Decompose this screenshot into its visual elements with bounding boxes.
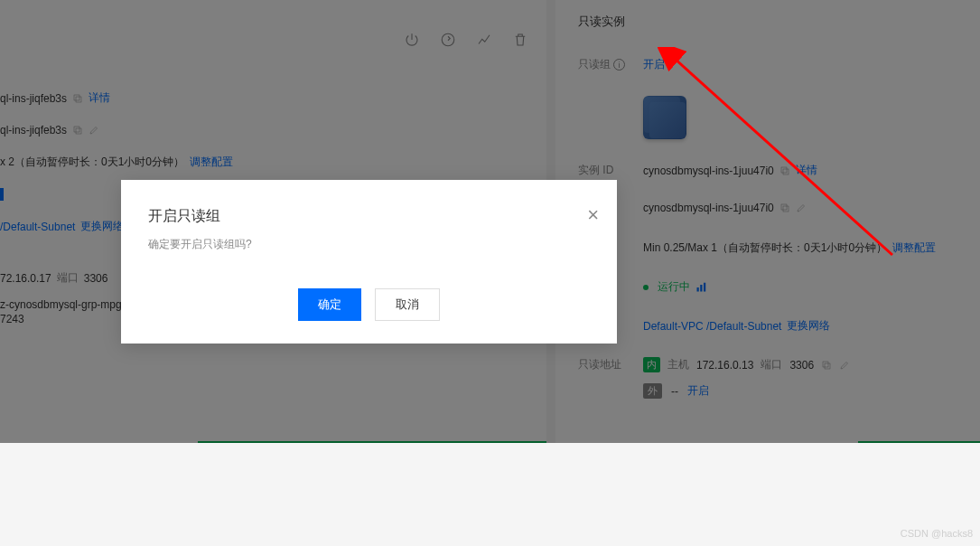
confirm-button[interactable]: 确定 xyxy=(298,288,361,321)
watermark: CSDN @hacks8 xyxy=(901,528,973,539)
modal-title: 开启只读组 xyxy=(148,207,590,226)
modal-desc: 确定要开启只读组吗? xyxy=(148,237,590,252)
confirm-modal: × 开启只读组 确定要开启只读组吗? 确定 取消 xyxy=(121,180,617,344)
close-icon[interactable]: × xyxy=(587,205,599,225)
cancel-button[interactable]: 取消 xyxy=(375,288,440,321)
